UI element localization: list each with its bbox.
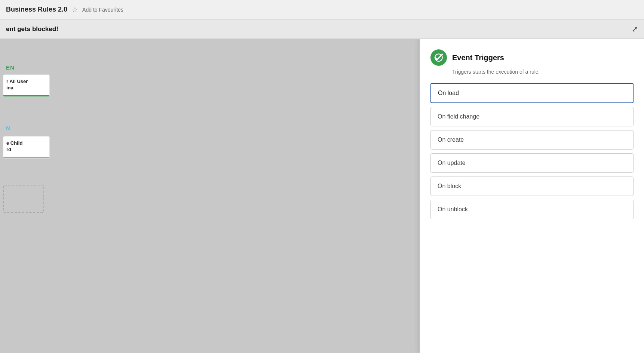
card-user-text: r All Userina [6, 79, 28, 90]
event-triggers-panel: Event Triggers Triggers starts the execu… [420, 39, 644, 353]
panel-logo [430, 49, 447, 66]
card-child-bar [3, 157, 49, 158]
top-bar: Business Rules 2.0 ☆ Add to Favourites [0, 0, 644, 19]
panel-header: Event Triggers [430, 49, 634, 66]
card-child-text: e Childrd [6, 140, 22, 152]
dashed-placeholder-box [3, 185, 44, 213]
card-all-user[interactable]: r All Userina [3, 74, 50, 97]
sub-header: ent gets blocked! ⤢ [0, 19, 644, 39]
trigger-item-on-unblock[interactable]: On unblock [430, 200, 634, 219]
panel-title: Event Triggers [452, 53, 504, 62]
trigger-item-on-load[interactable]: On load [430, 83, 634, 103]
panel-subtitle: Triggers starts the execution of a rule. [452, 69, 634, 75]
sub-header-title: ent gets blocked! [6, 25, 58, 33]
card-child[interactable]: e Childrd [3, 136, 50, 159]
when-label-2: N [6, 125, 10, 131]
when-label-1: EN [6, 64, 15, 71]
card-user-bar [3, 95, 49, 96]
trigger-item-on-field-change[interactable]: On field change [430, 107, 634, 126]
trigger-item-on-update[interactable]: On update [430, 153, 634, 173]
trigger-item-on-block[interactable]: On block [430, 176, 634, 196]
add-favourites-button[interactable]: Add to Favourites [82, 7, 123, 13]
trigger-item-on-create[interactable]: On create [430, 130, 634, 150]
app-title: Business Rules 2.0 [6, 6, 67, 13]
expand-icon[interactable]: ⤢ [632, 25, 638, 34]
logo-icon [434, 53, 444, 62]
trigger-list: On loadOn field changeOn createOn update… [430, 83, 634, 219]
canvas-area: EN r All Userina N e Childrd Event Trigg… [0, 39, 644, 353]
star-icon[interactable]: ☆ [72, 6, 78, 14]
